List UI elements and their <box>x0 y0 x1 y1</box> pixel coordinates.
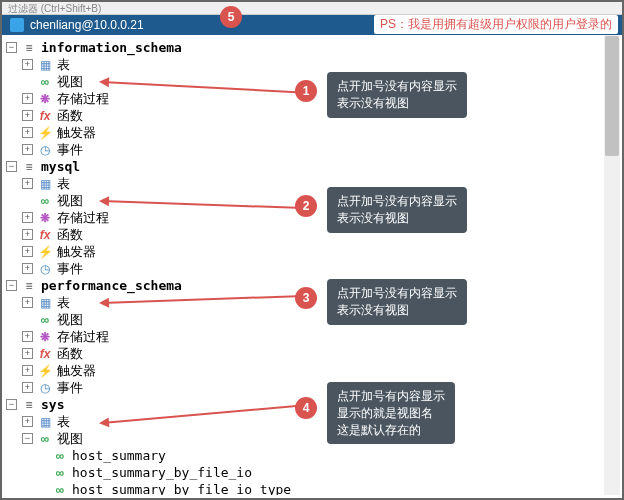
table-icon: ▦ <box>37 177 53 191</box>
expand-toggle[interactable]: + <box>22 365 33 376</box>
table-icon: ▦ <box>37 415 53 429</box>
procedure-icon: ❋ <box>37 92 53 106</box>
view-icon: ∞ <box>52 466 68 480</box>
tables-node[interactable]: +▦表 <box>4 175 620 192</box>
database-icon: ≡ <box>21 279 37 293</box>
expand-toggle[interactable]: + <box>22 331 33 342</box>
db-node-information-schema[interactable]: − ≡ information_schema <box>4 39 620 56</box>
trigger-icon: ⚡ <box>37 126 53 140</box>
expand-toggle[interactable]: + <box>22 263 33 274</box>
database-icon: ≡ <box>21 398 37 412</box>
expand-toggle[interactable]: + <box>22 110 33 121</box>
table-icon: ▦ <box>37 296 53 310</box>
expand-toggle[interactable]: + <box>22 297 33 308</box>
views-node[interactable]: ∞视图 <box>4 311 620 328</box>
event-icon: ◷ <box>37 262 53 276</box>
events-node[interactable]: +◷事件 <box>4 379 620 396</box>
collapse-toggle[interactable]: − <box>6 161 17 172</box>
db-label: information_schema <box>41 40 182 55</box>
connection-icon <box>10 18 24 32</box>
event-icon: ◷ <box>37 381 53 395</box>
collapse-toggle[interactable]: − <box>6 42 17 53</box>
db-label: mysql <box>41 159 80 174</box>
callout-2: 点开加号没有内容显示表示没有视图 <box>327 187 467 233</box>
views-node-expanded[interactable]: −∞视图 <box>4 430 620 447</box>
badge-3: 3 <box>295 287 317 309</box>
filter-bar[interactable]: 过滤器 (Ctrl+Shift+B) <box>2 2 622 15</box>
database-icon: ≡ <box>21 41 37 55</box>
events-node[interactable]: +◷事件 <box>4 260 620 277</box>
trigger-icon: ⚡ <box>37 364 53 378</box>
function-icon: fx <box>37 347 53 361</box>
expand-toggle[interactable]: + <box>22 127 33 138</box>
expand-toggle[interactable]: + <box>22 246 33 257</box>
triggers-node[interactable]: +⚡触发器 <box>4 362 620 379</box>
collapse-toggle[interactable]: − <box>6 280 17 291</box>
expand-toggle[interactable]: + <box>22 212 33 223</box>
view-icon: ∞ <box>37 75 53 89</box>
callout-3: 点开加号没有内容显示表示没有视图 <box>327 279 467 325</box>
expand-toggle[interactable]: + <box>22 348 33 359</box>
db-label: performance_schema <box>41 278 182 293</box>
view-icon: ∞ <box>52 483 68 496</box>
functions-node[interactable]: +fx函数 <box>4 345 620 362</box>
procedure-icon: ❋ <box>37 330 53 344</box>
table-icon: ▦ <box>37 58 53 72</box>
view-item[interactable]: ∞host_summary <box>4 447 620 464</box>
view-item[interactable]: ∞host_summary_by_file_io_type <box>4 481 620 495</box>
procedure-icon: ❋ <box>37 211 53 225</box>
badge-4: 4 <box>295 397 317 419</box>
badge-2: 2 <box>295 195 317 217</box>
view-icon: ∞ <box>37 432 53 446</box>
view-item[interactable]: ∞host_summary_by_file_io <box>4 464 620 481</box>
expand-toggle[interactable]: + <box>22 59 33 70</box>
expand-toggle[interactable]: + <box>22 416 33 427</box>
db-node-mysql[interactable]: −≡mysql <box>4 158 620 175</box>
connection-header: chenliang@10.0.0.21 PS：我是用拥有超级用户权限的用户登录的 <box>2 15 622 35</box>
callout-4: 点开加号有内容显示显示的就是视图名这是默认存在的 <box>327 382 455 444</box>
functions-node[interactable]: +fx函数 <box>4 226 620 243</box>
functions-node[interactable]: +fx函数 <box>4 107 620 124</box>
expand-toggle[interactable]: + <box>22 229 33 240</box>
tables-node[interactable]: +▦表 <box>4 56 620 73</box>
view-icon: ∞ <box>37 194 53 208</box>
collapse-toggle[interactable]: − <box>22 433 33 444</box>
view-icon: ∞ <box>52 449 68 463</box>
procedures-node[interactable]: +❋存储过程 <box>4 328 620 345</box>
collapse-toggle[interactable]: − <box>6 399 17 410</box>
expand-toggle[interactable]: + <box>22 93 33 104</box>
function-icon: fx <box>37 109 53 123</box>
event-icon: ◷ <box>37 143 53 157</box>
database-icon: ≡ <box>21 160 37 174</box>
badge-1: 1 <box>295 80 317 102</box>
expand-toggle[interactable]: + <box>22 382 33 393</box>
expand-toggle[interactable]: + <box>22 144 33 155</box>
db-label: sys <box>41 397 64 412</box>
events-node[interactable]: +◷事件 <box>4 141 620 158</box>
trigger-icon: ⚡ <box>37 245 53 259</box>
connection-label: chenliang@10.0.0.21 <box>30 18 144 32</box>
scroll-thumb[interactable] <box>605 36 619 156</box>
badge-5: 5 <box>220 6 242 28</box>
callout-1: 点开加号没有内容显示表示没有视图 <box>327 72 467 118</box>
view-icon: ∞ <box>37 313 53 327</box>
ps-note: PS：我是用拥有超级用户权限的用户登录的 <box>374 15 618 34</box>
vertical-scrollbar[interactable] <box>604 35 620 495</box>
triggers-node[interactable]: +⚡触发器 <box>4 124 620 141</box>
function-icon: fx <box>37 228 53 242</box>
expand-toggle[interactable]: + <box>22 178 33 189</box>
triggers-node[interactable]: +⚡触发器 <box>4 243 620 260</box>
